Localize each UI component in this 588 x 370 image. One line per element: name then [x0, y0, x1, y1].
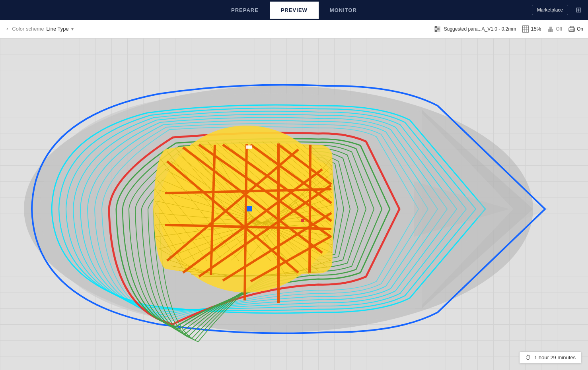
svg-rect-95 [301, 219, 304, 222]
svg-point-3 [435, 26, 437, 28]
time-estimate-label: 1 hour 29 minutes [534, 355, 576, 360]
print-control[interactable]: On [568, 25, 583, 33]
tab-preview[interactable]: PREVIEW [270, 2, 319, 19]
support-control[interactable]: Off [547, 25, 562, 33]
toolbar: ‹ Color scheme Line Type ▾ Suggested par… [0, 20, 588, 38]
tab-prepare[interactable]: PREPARE [220, 2, 270, 19]
color-scheme-dropdown-chevron[interactable]: ▾ [71, 26, 74, 32]
tab-monitor[interactable]: MONITOR [319, 2, 368, 19]
time-estimate: ⏱ 1 hour 29 minutes [519, 351, 582, 364]
print-label: On [577, 26, 583, 32]
toolbar-left: ‹ Color scheme Line Type ▾ [5, 25, 430, 33]
canvas-area[interactable]: ⏱ 1 hour 29 minutes [0, 38, 588, 370]
svg-rect-16 [570, 30, 574, 31]
param-label: Suggested para...A_V1.0 - 0.2mm [444, 26, 516, 32]
toolbar-collapse-chevron[interactable]: ‹ [5, 25, 10, 33]
marketplace-button[interactable]: Marketplace [532, 5, 568, 15]
svg-rect-96 [246, 145, 252, 149]
svg-rect-12 [549, 27, 552, 29]
topbar: PREPARE PREVIEW MONITOR Marketplace ⊞ [0, 0, 588, 20]
param-selector[interactable]: Suggested para...A_V1.0 - 0.2mm [433, 25, 516, 33]
svg-point-17 [573, 28, 574, 29]
color-scheme-label: Color scheme [12, 26, 44, 32]
svg-point-5 [435, 30, 437, 32]
print-preview-svg [0, 38, 588, 370]
svg-rect-94 [247, 206, 252, 211]
infill-control[interactable]: 15% [522, 25, 541, 33]
nav-tabs: PREPARE PREVIEW MONITOR [220, 2, 368, 19]
infill-percent: 15% [531, 26, 541, 32]
clock-icon: ⏱ [525, 354, 531, 361]
toolbar-right: Suggested para...A_V1.0 - 0.2mm 15% Off [433, 25, 583, 33]
svg-rect-6 [522, 26, 529, 32]
svg-line-80 [310, 145, 310, 273]
svg-rect-15 [570, 26, 573, 28]
grid-icon[interactable]: ⊞ [576, 6, 582, 14]
color-scheme-value: Line Type [47, 26, 69, 32]
support-label: Off [556, 26, 562, 32]
svg-point-4 [438, 28, 439, 30]
param-icon [433, 25, 442, 33]
